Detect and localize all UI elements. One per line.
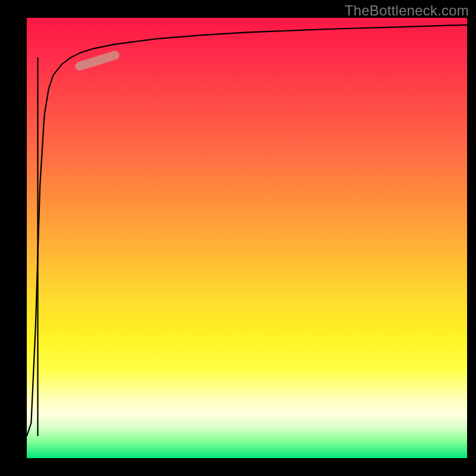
highlight-marker xyxy=(80,55,115,67)
chart-stage: TheBottleneck.com xyxy=(0,0,476,476)
watermark-text: TheBottleneck.com xyxy=(345,2,469,19)
bottleneck-curve-line xyxy=(27,25,467,436)
chart-svg-layer xyxy=(27,18,467,458)
